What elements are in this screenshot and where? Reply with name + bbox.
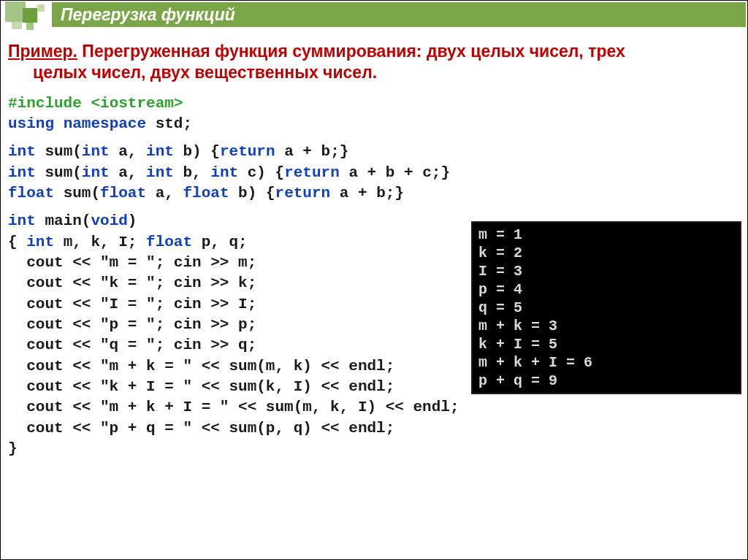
code-line: cout << "k + I = " << sum(k, I) << endl; (8, 378, 394, 395)
code-header: #include <iostream> using namespace std; (8, 93, 741, 135)
code-line: cout << "q = "; cin >> q; (8, 337, 256, 353)
code-prototypes: int sum(int a, int b) {return a + b;} in… (8, 142, 741, 204)
deco-square (26, 23, 34, 30)
kw: int (146, 164, 183, 181)
txt: m, k, I; (64, 234, 146, 250)
code-line: cout << "m = "; cin >> m; (8, 254, 256, 271)
slide-title: Перегрузка функций (52, 2, 746, 27)
kw: void (91, 212, 127, 229)
kw: int (210, 164, 247, 181)
kw: int (146, 143, 183, 160)
code-line: cout << "k = "; cin >> k; (8, 275, 256, 291)
txt: a + b;} (340, 185, 404, 202)
kw-namespace: namespace (64, 115, 156, 132)
output-line: m + k = 3 (478, 317, 734, 335)
kw: int (8, 164, 45, 181)
console-output: m = 1 k = 2 I = 3 p = 4 q = 5 m + k = 3 … (471, 221, 741, 394)
code-line: cout << "m + k + I = " << sum(m, k, I) <… (8, 399, 459, 415)
deco-square (12, 19, 22, 29)
slide-frame: Перегрузка функций Пример. Перегруженная… (0, 0, 748, 560)
kw: int (8, 143, 45, 160)
intro-text-2: целых чисел, двух вещественных чисел. (8, 62, 741, 83)
kw: int (82, 143, 118, 160)
txt: sum( (45, 164, 81, 181)
kw-using: using (8, 115, 64, 132)
kw: float (183, 185, 238, 202)
deco-square (37, 4, 45, 12)
kw: int (26, 234, 63, 250)
example-intro: Пример. Перегруженная функция суммирован… (8, 41, 741, 83)
txt: b, (183, 164, 211, 181)
code-line: } (8, 440, 18, 457)
txt: main( (45, 212, 91, 229)
output-line: k = 2 (478, 244, 734, 262)
output-line: p + q = 9 (478, 372, 734, 390)
kw: float (8, 185, 64, 202)
txt: sum( (45, 143, 81, 160)
output-line: m = 1 (478, 226, 734, 244)
txt: sum( (64, 185, 100, 202)
kw: int (82, 164, 118, 181)
txt: a + b + c;} (348, 164, 450, 181)
kw: return (284, 164, 348, 181)
code-line: cout << "p + q = " << sum(p, q) << endl; (8, 420, 394, 437)
intro-text-1: Перегруженная функция суммирования: двух… (77, 42, 625, 61)
txt: a, (118, 164, 146, 181)
output-line: p = 4 (478, 280, 734, 299)
deco-square (23, 8, 37, 23)
output-line: q = 5 (478, 299, 734, 317)
std-text: std; (156, 115, 192, 132)
output-line: I = 3 (478, 262, 734, 280)
include-directive: #include (8, 95, 82, 112)
code-line: cout << "p = "; cin >> p; (8, 316, 256, 333)
txt: a + b;} (284, 143, 348, 160)
txt: a, (118, 143, 146, 160)
txt: ) (128, 212, 137, 229)
kw: return (275, 185, 340, 202)
kw: float (100, 185, 156, 202)
code-line: cout << "m + k = " << sum(m, k) << endl; (8, 358, 394, 375)
txt: b) { (183, 143, 220, 160)
include-header: <iostream> (82, 95, 183, 112)
txt: p, q; (202, 234, 248, 250)
txt: b) { (238, 185, 275, 202)
output-line: m + k + I = 6 (478, 353, 734, 372)
kw: float (146, 234, 202, 250)
code-line: cout << "I = "; cin >> I; (8, 296, 256, 312)
decorative-squares (1, 1, 52, 34)
txt: a, (156, 185, 183, 202)
kw: return (220, 143, 284, 160)
txt: { (8, 234, 26, 250)
kw: int (8, 212, 45, 229)
output-line: k + I = 5 (478, 335, 734, 353)
example-label: Пример. (8, 42, 77, 61)
txt: c) { (248, 164, 284, 181)
